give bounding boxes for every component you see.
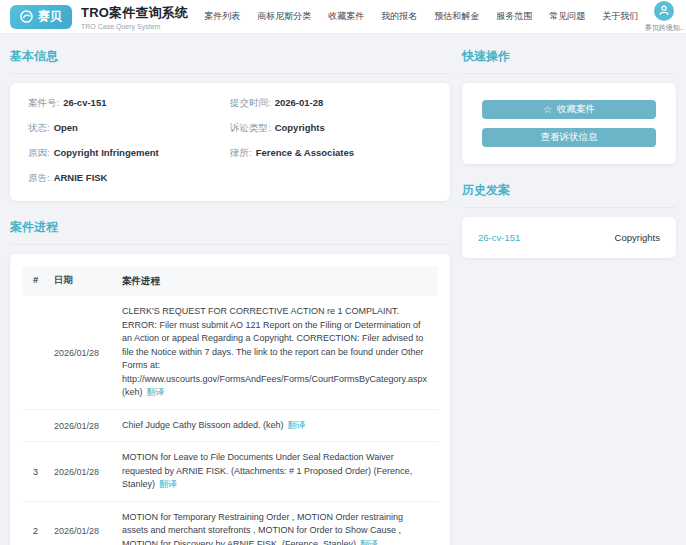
column-header-date: 日期: [52, 274, 112, 288]
nav-faq[interactable]: 常见问题: [549, 10, 585, 23]
field-status: 状态: Open: [28, 122, 230, 135]
user-avatar[interactable]: [654, 1, 674, 21]
top-header: 赛贝 TRO案件查询系统 TRO Case Query System 案件列表 …: [0, 0, 686, 34]
progress-section-title: 案件进程: [10, 211, 450, 245]
left-column: 基本信息 案件号: 26-cv-151 提交时间: 2026-01-28 状态:…: [10, 40, 450, 545]
field-case-number: 案件号: 26-cv-151: [28, 97, 230, 110]
history-row: 26-cv-151 Copyrights: [462, 217, 676, 258]
user-name: 赛贝跨境知..: [638, 23, 686, 33]
app-subtitle: TRO Case Query System: [81, 23, 188, 30]
progress-row: 2026/01/28 CLERK'S REQUEST FOR CORRECTIV…: [22, 296, 438, 410]
progress-table-header: # 日期 案件进程: [22, 266, 438, 296]
field-value: Ference & Associates: [256, 147, 354, 158]
row-text: CLERK'S REQUEST FOR CORRECTIVE ACTION re…: [122, 306, 427, 397]
field-label: 案件号:: [28, 97, 59, 110]
row-text-cell: MOTION for Leave to File Documents Under…: [112, 451, 438, 492]
row-text: Chief Judge Cathy Bissoon added. (keh): [122, 420, 284, 430]
field-value: Copyrights: [275, 122, 325, 133]
field-label: 原因:: [28, 147, 50, 160]
case-progress-card: # 日期 案件进程 2026/01/28 CLERK'S REQUEST FOR…: [10, 254, 450, 545]
right-column: 快速操作 ☆ 收藏案件 查看诉状信息 历史发案 26-cv-151 Copyri…: [462, 40, 676, 545]
basic-info-section-title: 基本信息: [10, 40, 450, 74]
row-num: 3: [22, 467, 52, 477]
basic-info-card: 案件号: 26-cv-151 提交时间: 2026-01-28 状态: Open…: [10, 83, 450, 201]
nav-favorite-cases[interactable]: 收藏案件: [328, 10, 364, 23]
translate-link[interactable]: 翻译: [147, 387, 165, 397]
field-filing-date: 提交时间: 2026-01-28: [230, 97, 432, 110]
translate-link[interactable]: 翻译: [159, 479, 177, 489]
field-label: 状态:: [28, 122, 50, 135]
history-case-type: Copyrights: [615, 232, 660, 243]
nav-nice-classification[interactable]: 商标尼斯分类: [257, 10, 311, 23]
field-label: 原告:: [28, 172, 50, 185]
quick-actions-card: ☆ 收藏案件 查看诉状信息: [462, 83, 676, 164]
row-num: 2: [22, 526, 52, 536]
nav-settlement-estimate[interactable]: 预估和解金: [434, 10, 479, 23]
favorite-case-label: 收藏案件: [557, 103, 595, 116]
field-value: Open: [54, 122, 78, 133]
user-avatar-icon: [658, 2, 670, 20]
saibei-logo-icon: [20, 10, 33, 23]
field-value: Copyright Infringement: [54, 147, 159, 158]
column-header-num: #: [22, 274, 52, 288]
row-date: 2026/01/28: [52, 526, 112, 536]
field-law-firm: 律所: Ference & Associates: [230, 147, 432, 160]
row-date: 2026/01/28: [52, 467, 112, 477]
field-value: 26-cv-151: [63, 97, 106, 108]
column-header-text: 案件进程: [112, 274, 438, 288]
field-value: 2026-01-28: [275, 97, 324, 108]
row-text-cell: MOTION for Temporary Restraining Order ,…: [112, 511, 438, 545]
view-complaint-label: 查看诉状信息: [541, 131, 598, 144]
view-complaint-button[interactable]: 查看诉状信息: [482, 128, 656, 147]
field-label: 诉讼类型:: [230, 122, 271, 135]
field-cause: 原因: Copyright Infringement: [28, 147, 230, 160]
nav-service-scope[interactable]: 服务范围: [496, 10, 532, 23]
field-plaintiff: 原告: ARNIE FISK: [28, 172, 230, 185]
row-date: 2026/01/28: [52, 421, 112, 431]
field-lawsuit-type: 诉讼类型: Copyrights: [230, 122, 432, 135]
progress-row: 2 2026/01/28 MOTION for Temporary Restra…: [22, 502, 438, 545]
quick-actions-section-title: 快速操作: [462, 40, 676, 74]
nav-my-registrations[interactable]: 我的报名: [381, 10, 417, 23]
tro-case-query-page: 赛贝 TRO案件查询系统 TRO Case Query System 案件列表 …: [0, 0, 686, 545]
field-label: 律所:: [230, 147, 252, 160]
app-title: TRO案件查询系统: [81, 4, 188, 22]
basic-info-grid: 案件号: 26-cv-151 提交时间: 2026-01-28 状态: Open…: [10, 83, 450, 201]
nav-about-us[interactable]: 关于我们: [602, 10, 638, 23]
progress-row: 2026/01/28 Chief Judge Cathy Bissoon add…: [22, 410, 438, 443]
row-date: 2026/01/28: [52, 348, 112, 358]
nav-case-list[interactable]: 案件列表: [204, 10, 240, 23]
history-section-title: 历史发案: [462, 174, 676, 208]
favorite-case-button[interactable]: ☆ 收藏案件: [482, 100, 656, 119]
user-menu[interactable]: 赛贝跨境知..: [638, 1, 686, 33]
app-title-block: TRO案件查询系统 TRO Case Query System: [81, 4, 188, 30]
star-icon: ☆: [543, 105, 552, 115]
translate-link[interactable]: 翻译: [360, 539, 378, 545]
progress-row: 3 2026/01/28 MOTION for Leave to File Do…: [22, 442, 438, 502]
translate-link[interactable]: 翻译: [288, 420, 306, 430]
logo-text: 赛贝: [38, 8, 62, 25]
history-card: 26-cv-151 Copyrights: [462, 217, 676, 258]
main-content: 基本信息 案件号: 26-cv-151 提交时间: 2026-01-28 状态:…: [0, 34, 686, 545]
field-label: 提交时间:: [230, 97, 271, 110]
saibei-logo[interactable]: 赛贝: [10, 5, 72, 29]
row-text-cell: CLERK'S REQUEST FOR CORRECTIVE ACTION re…: [112, 305, 438, 400]
history-case-link[interactable]: 26-cv-151: [478, 232, 520, 243]
field-value: ARNIE FISK: [54, 172, 108, 183]
row-text-cell: Chief Judge Cathy Bissoon added. (keh)翻译: [112, 419, 438, 433]
main-nav: 案件列表 商标尼斯分类 收藏案件 我的报名 预估和解金 服务范围 常见问题 关于…: [204, 10, 638, 23]
